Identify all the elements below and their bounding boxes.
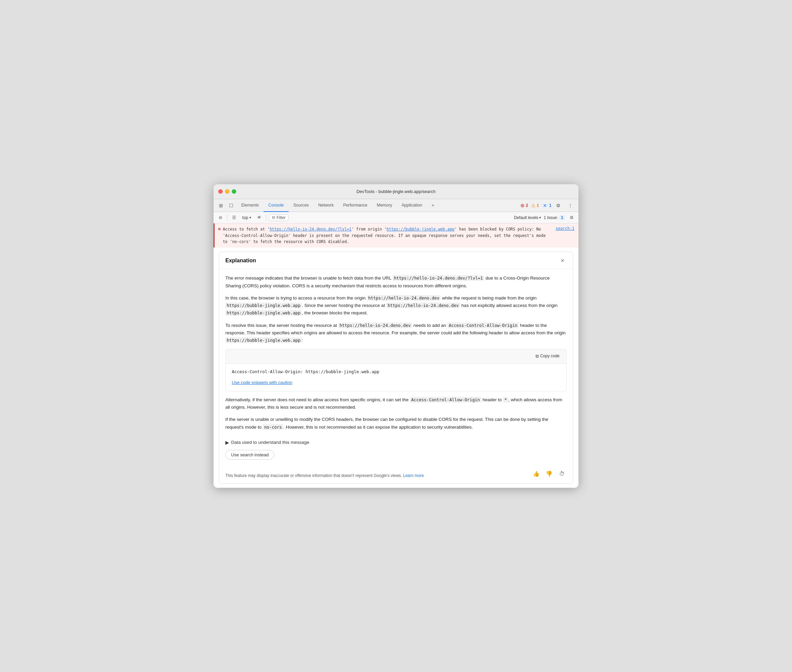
- explanation-footer: This feature may display inaccurate or o…: [219, 469, 573, 483]
- warning-count: 1: [537, 203, 539, 208]
- tab-sources[interactable]: Sources: [289, 199, 313, 212]
- context-dropdown-icon: ▾: [249, 216, 251, 219]
- clear-console-icon[interactable]: ⊘: [216, 214, 224, 222]
- tab-elements[interactable]: Elements: [236, 199, 263, 212]
- wildcard-code: *: [503, 397, 508, 403]
- error-count: 2: [526, 203, 528, 208]
- devtools-window: DevTools - bubble-jingle.web.app/search …: [214, 184, 578, 488]
- server-code-1: https://hello-io-24.deno.dev: [386, 302, 460, 308]
- window-title: DevTools - bubble-jingle.web.app/search: [356, 189, 436, 194]
- toolbar-right: Default levels ▾ 1 Issue: 1 ⚙: [514, 214, 576, 222]
- copy-icon: ⧉: [535, 352, 538, 360]
- more-options-icon[interactable]: ⋮: [565, 201, 575, 210]
- explanation-para-3: To resolve this issue, the server hostin…: [225, 322, 567, 344]
- origin-url-link[interactable]: https://bubble-jingle.web.app: [386, 227, 455, 232]
- filter-icon: ⊟: [272, 215, 275, 220]
- fetch-url-link[interactable]: https://hello-io-24.deno.dev/?lvl=1: [270, 227, 351, 232]
- close-button[interactable]: [218, 189, 223, 194]
- thumbs-down-button[interactable]: 👎: [544, 469, 554, 478]
- issue-badge: 1 Issue: 1: [544, 215, 565, 221]
- explanation-para-2: In this case, the browser is trying to a…: [225, 294, 567, 317]
- explanation-para-5: If the server is unable or unwilling to …: [225, 416, 567, 431]
- error-text: Access to fetch at 'https://hello-io-24.…: [223, 226, 551, 245]
- explanation-body: The error message indicates that the bro…: [219, 269, 573, 437]
- report-button[interactable]: ⏱: [557, 469, 567, 478]
- explanation-para-4: Alternatively, if the server does not ne…: [225, 396, 567, 411]
- url-code-1: https://hello-io-24.deno.dev/?lvl=1: [393, 275, 484, 281]
- maximize-button[interactable]: [232, 189, 236, 194]
- data-toggle-button[interactable]: ▶ Data used to understand this message: [225, 440, 567, 445]
- tabs-end: ⊗ 2 ⚠ 1 ✕ 1 ⚙ ⋮: [521, 201, 576, 210]
- header-code-2: Access-Control-Allow-Origin: [410, 397, 481, 403]
- issue-label: 1 Issue:: [544, 215, 558, 220]
- toolbar-separator-2: [266, 214, 266, 221]
- minimize-button[interactable]: [225, 189, 230, 194]
- explanation-para-1: The error message indicates that the bro…: [225, 275, 567, 290]
- triangle-icon: ▶: [225, 440, 229, 445]
- no-cors-code: no-cors: [263, 424, 284, 430]
- data-toggle-label: Data used to understand this message: [231, 440, 309, 445]
- header-code-1: Access-Control-Allow-Origin: [447, 323, 519, 328]
- code-snippet: Access-Control-Allow-Origin: https://bub…: [232, 368, 560, 376]
- tab-memory[interactable]: Memory: [372, 199, 397, 212]
- error-badge: ⊗ 2 ⚠ 1 ✕ 1: [521, 203, 551, 208]
- error-icon: ⊗: [218, 226, 220, 232]
- disclaimer-content: This feature may display inaccurate or o…: [225, 473, 403, 478]
- thumbs-up-button[interactable]: 👍: [532, 469, 541, 478]
- levels-dropdown-icon: ▾: [539, 216, 541, 219]
- data-section: ▶ Data used to understand this message U…: [219, 437, 573, 469]
- tabs-list: Elements Console Sources Network Perform…: [236, 199, 521, 212]
- console-settings-icon[interactable]: ⚙: [568, 214, 576, 222]
- origin-code-3: https://bubble-jingle.web.app: [225, 310, 302, 316]
- titlebar: DevTools - bubble-jingle.web.app/search: [214, 184, 578, 199]
- disclaimer-text: This feature may display inaccurate or o…: [225, 472, 424, 478]
- context-selector[interactable]: top ▾: [240, 214, 253, 221]
- use-search-label: Use search instead: [231, 452, 268, 458]
- info-count: 1: [549, 203, 551, 208]
- filter-label: Filter: [276, 215, 286, 220]
- code-caution-link[interactable]: Use code snippets with caution: [232, 380, 292, 385]
- explanation-panel: Explanation × The error message indicate…: [219, 251, 573, 484]
- error-message: ⊗ Access to fetch at 'https://hello-io-2…: [214, 224, 578, 248]
- tab-console[interactable]: Console: [263, 199, 289, 212]
- close-explanation-button[interactable]: ×: [559, 256, 567, 265]
- explanation-header: Explanation ×: [219, 252, 573, 269]
- learn-more-link[interactable]: Learn more: [403, 473, 424, 478]
- use-search-button[interactable]: Use search instead: [225, 450, 275, 460]
- sidebar-toggle-icon[interactable]: ☰: [230, 214, 238, 222]
- issue-count: 1: [559, 215, 565, 221]
- origin-code-4: https://bubble-jingle.web.app: [225, 338, 302, 343]
- origin-code-1: https://hello-io-24.deno.dev: [367, 295, 441, 301]
- code-block: ⧉ Copy code Access-Control-Allow-Origin:…: [225, 349, 567, 391]
- devtools-tabs: ⊞ ☐ Elements Console Sources Network Per…: [214, 199, 578, 212]
- inspect-icon[interactable]: ⊞: [216, 201, 226, 210]
- tab-more[interactable]: »: [427, 199, 439, 212]
- code-block-content: Access-Control-Allow-Origin: https://bub…: [226, 364, 566, 391]
- tab-application[interactable]: Application: [397, 199, 427, 212]
- settings-icon[interactable]: ⚙: [554, 201, 563, 210]
- default-levels-btn[interactable]: Default levels ▾: [514, 215, 541, 220]
- server-code-2: https://hello-io-24.deno.dev: [338, 323, 412, 328]
- context-label: top: [242, 215, 248, 220]
- error-source-link[interactable]: search:1: [556, 226, 575, 231]
- explanation-title: Explanation: [225, 258, 256, 264]
- traffic-lights: [218, 189, 236, 194]
- tab-performance[interactable]: Performance: [339, 199, 372, 212]
- tab-network[interactable]: Network: [313, 199, 339, 212]
- filter-input[interactable]: ⊟ Filter: [269, 214, 289, 221]
- eye-icon[interactable]: 👁: [255, 214, 263, 222]
- device-icon[interactable]: ☐: [227, 201, 236, 210]
- console-toolbar: ⊘ ☰ top ▾ 👁 ⊟ Filter Default levels ▾ 1 …: [214, 212, 578, 224]
- copy-code-button[interactable]: ⧉ Copy code: [533, 351, 562, 361]
- code-block-header: ⧉ Copy code: [226, 349, 566, 363]
- origin-code-2: https://bubble-jingle.web.app: [225, 302, 302, 308]
- feedback-icons: 👍 👎 ⏱: [532, 469, 567, 478]
- copy-code-label: Copy code: [540, 353, 559, 360]
- toolbar-separator-1: [227, 214, 227, 221]
- default-levels-label: Default levels: [514, 215, 538, 220]
- console-content: ⊗ Access to fetch at 'https://hello-io-2…: [214, 224, 578, 488]
